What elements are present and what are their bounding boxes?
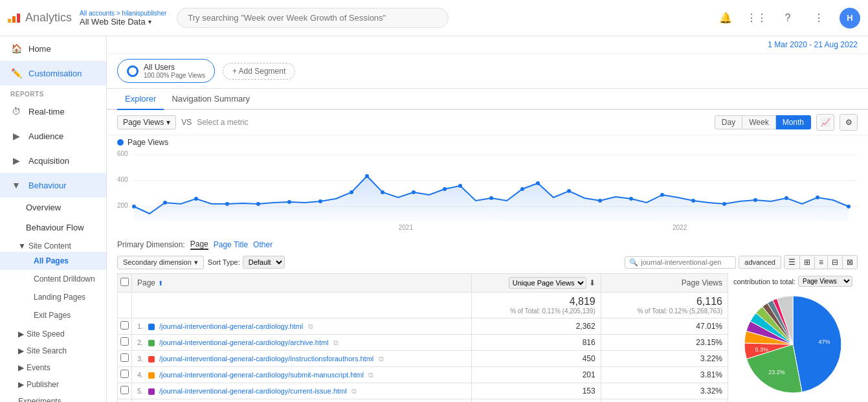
chart-settings-icon[interactable]: ⚙ (840, 114, 858, 131)
segment-text: All Users 100.00% Page Views (144, 63, 205, 79)
segment-name: All Users (144, 63, 205, 72)
view-icons: ☰ ⊞ ≡ ⊟ ⊠ (784, 255, 858, 269)
dim-other[interactable]: Other (253, 240, 273, 249)
table-row: 2. /journal-interventional-general-cardi… (118, 335, 728, 351)
chart-svg: 600 400 200 2021 2022 (117, 147, 858, 231)
sidebar-item-experiments[interactable]: Experiments (0, 393, 106, 402)
chart-dot (225, 202, 229, 206)
contribution-label: contribution to total: (733, 278, 796, 285)
row-page-link[interactable]: /journal-interventional-general-cardiolo… (159, 387, 347, 395)
chart-dot (691, 199, 695, 203)
sidebar-item-publisher[interactable]: ▶ Publisher (0, 376, 106, 393)
view-pivot-icon[interactable]: ⊟ (828, 256, 843, 269)
sidebar-item-site-content[interactable]: ▼ Site Content (0, 238, 106, 252)
row-external-icon: ⧉ (379, 355, 384, 363)
secondary-dim-btn[interactable]: Secondary dimension ▾ (117, 256, 204, 269)
help-icon[interactable]: ? (777, 8, 798, 28)
publisher-arrow-icon: ▶ (18, 380, 24, 389)
sidebar-item-landing-pages[interactable]: Landing Pages (0, 288, 106, 306)
row-pv-pct: 23.15% (601, 335, 728, 351)
upv-header[interactable]: Unique Page Views ⬇ (472, 274, 601, 293)
row-page-link[interactable]: /journal-interventional-general-cardiolo… (159, 322, 303, 330)
row-page: 6. /journal-interventional-general-cardi… (132, 399, 472, 403)
avatar[interactable]: H (840, 8, 860, 28)
time-btn-month[interactable]: Month (776, 115, 811, 129)
sidebar-item-acquisition[interactable]: ▶ Acquisition (0, 148, 106, 173)
legend-label: Page Views (128, 138, 168, 147)
row-external-icon: ⧉ (333, 339, 339, 346)
contribution-select[interactable]: Page Views (798, 276, 852, 287)
table-row: 3. /journal-interventional-general-cardi… (118, 351, 728, 367)
sidebar-item-behaviour-flow[interactable]: Behaviour Flow (0, 218, 106, 238)
select-all-checkbox[interactable] (120, 278, 129, 286)
sidebar-item-events[interactable]: ▶ Events (0, 359, 106, 376)
view-bar-icon[interactable]: ≡ (815, 256, 828, 269)
sidebar-item-customisation[interactable]: ✏️ Customisation (0, 61, 106, 85)
row-checkbox[interactable] (120, 386, 129, 394)
table-search-input[interactable] (641, 258, 731, 266)
row-page-link[interactable]: /journal-interventional-general-cardiolo… (159, 371, 364, 379)
sidebar-item-behaviour[interactable]: ▼ Behaviour (0, 173, 106, 197)
apps-icon[interactable]: ⋮⋮ (746, 8, 767, 28)
dim-page-title[interactable]: Page Title (214, 240, 248, 249)
chart-legend: Page Views (117, 138, 858, 147)
table-row: 5. /journal-interventional-general-cardi… (118, 383, 728, 399)
upv-select[interactable]: Unique Page Views (509, 277, 586, 289)
legend-dot (117, 139, 124, 146)
pie-label: 23.2% (768, 369, 785, 375)
add-segment-btn[interactable]: + Add Segment (223, 63, 295, 80)
row-checkbox[interactable] (120, 370, 129, 378)
tab-nav-summary[interactable]: Navigation Summary (164, 89, 258, 110)
sidebar-item-all-pages[interactable]: All Pages (0, 252, 106, 270)
metric-select[interactable]: Page Views ▾ (117, 115, 176, 129)
more-icon[interactable]: ⋮ (808, 8, 829, 28)
row-pv-pct: 3.32% (601, 383, 728, 399)
row-page-link[interactable]: /journal-interventional-general-cardiolo… (159, 339, 329, 346)
search-input[interactable] (177, 8, 449, 28)
search-bar[interactable] (177, 8, 449, 28)
table-row: 4. /journal-interventional-general-cardi… (118, 367, 728, 383)
row-checkbox[interactable] (120, 353, 129, 362)
view-table-icon[interactable]: ☰ (785, 256, 800, 269)
page-header[interactable]: Page ⬆ (132, 274, 472, 293)
row-checkbox[interactable] (120, 321, 129, 329)
sidebar-item-site-search[interactable]: ▶ Site Search (0, 342, 106, 359)
dim-page[interactable]: Page (190, 240, 208, 250)
secondary-dim-dropdown-icon: ▾ (194, 258, 198, 267)
sidebar-item-realtime[interactable]: ⏱ Real-time (0, 99, 106, 124)
logo-bar-3 (17, 14, 20, 23)
view-grid-icon[interactable]: ⊞ (800, 256, 815, 269)
tab-explorer[interactable]: Explorer (117, 89, 164, 110)
site-name[interactable]: All Web Site Data ▾ (80, 17, 166, 27)
sidebar-item-audience[interactable]: ▶ Audience (0, 124, 106, 148)
total-pv: 6,116 (606, 296, 722, 307)
time-btn-week[interactable]: Week (742, 115, 775, 129)
sidebar-item-overview[interactable]: Overview (0, 197, 106, 218)
sidebar-item-exit-pages[interactable]: Exit Pages (0, 306, 106, 324)
row-checkbox[interactable] (120, 337, 129, 346)
sidebar-item-content-drilldown[interactable]: Content Drilldown (0, 270, 106, 288)
site-selector[interactable]: All accounts > hilanispublisher All Web … (80, 10, 166, 27)
sort-select[interactable]: Default (243, 256, 285, 269)
sidebar-item-site-speed[interactable]: ▶ Site Speed (0, 324, 106, 342)
row-pv-pct: 3.22% (601, 351, 728, 367)
all-users-segment[interactable]: All Users 100.00% Page Views (117, 59, 215, 83)
sidebar-label-realtime: Real-time (28, 107, 65, 117)
acquisition-icon: ▶ (10, 155, 22, 166)
view-more-icon[interactable]: ⊠ (843, 256, 857, 269)
x-label-2021: 2021 (399, 224, 414, 231)
pv-header[interactable]: Page Views (601, 274, 728, 293)
row-color-dot (148, 356, 155, 363)
sidebar-item-home[interactable]: 🏠 Home (0, 36, 106, 61)
advanced-btn[interactable]: advanced (739, 256, 781, 269)
time-btn-day[interactable]: Day (715, 115, 742, 129)
logo-icon (8, 14, 20, 23)
row-page-link[interactable]: /journal-interventional-general-cardiolo… (159, 355, 373, 363)
search-box[interactable]: 🔍 (625, 256, 736, 269)
chart-dot (256, 202, 260, 206)
sidebar-label-customisation: Customisation (28, 69, 82, 78)
chart-type-icon[interactable]: 📈 (816, 114, 834, 131)
notifications-icon[interactable]: 🔔 (715, 8, 736, 28)
row-num: 4. (137, 371, 143, 379)
total-upv: 4,819 (477, 296, 595, 307)
